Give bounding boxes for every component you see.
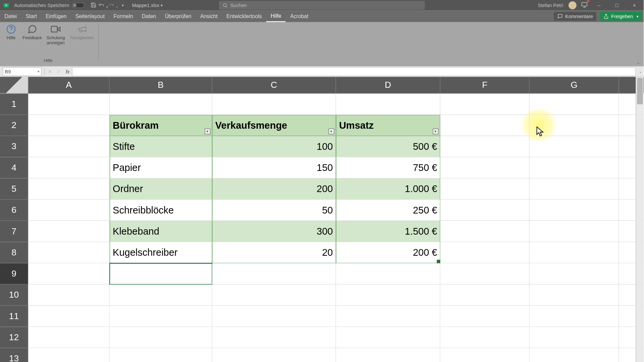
cell-B8[interactable]: Kugelschreiber [110, 242, 212, 263]
cell-F11[interactable] [440, 306, 530, 327]
chevron-down-icon[interactable]: ▾ [38, 70, 39, 74]
cell-G13[interactable] [530, 348, 619, 362]
cell-G2[interactable] [530, 115, 619, 136]
cell-B10[interactable] [110, 285, 212, 306]
cell-B2[interactable]: Bürokram▾ [110, 115, 212, 136]
ribbon-hilfe-button[interactable]: Hilfe [2, 24, 20, 45]
ribbon-schulung-button[interactable]: Schulung anzeigen [44, 24, 67, 45]
cell-A13[interactable] [28, 348, 110, 362]
cell-G7[interactable] [530, 221, 619, 242]
cell-D7[interactable]: 1.500 € [336, 221, 440, 242]
cell-C6[interactable]: 50 [212, 200, 336, 221]
cell-G1[interactable] [530, 94, 619, 115]
cell-B7[interactable]: Klebeband [110, 221, 212, 242]
row-header-9[interactable]: 9 [0, 263, 28, 285]
column-header-F[interactable]: F [440, 77, 530, 94]
save-icon[interactable] [89, 2, 99, 9]
tab-einfuegen[interactable]: Einfügen [41, 11, 71, 22]
tab-ansicht[interactable]: Ansicht [196, 11, 222, 22]
cell-D12[interactable] [336, 327, 440, 348]
cell-B5[interactable]: Ordner [110, 178, 212, 199]
cell-G12[interactable] [530, 327, 619, 348]
cell-D5[interactable]: 1.000 € [336, 178, 440, 199]
column-header-A[interactable]: A [28, 77, 110, 94]
cell-A7[interactable] [28, 221, 110, 242]
maximize-button[interactable]: ☐ [610, 3, 624, 8]
cell-C3[interactable]: 100 [212, 136, 336, 157]
ribbon-feedback-button[interactable]: Feedback [23, 24, 42, 45]
cell-C5[interactable]: 200 [212, 178, 336, 199]
redo-icon[interactable]: ▾ [108, 2, 118, 9]
column-header-C[interactable]: C [212, 77, 336, 94]
cell-F3[interactable] [440, 136, 530, 157]
cell-C7[interactable]: 300 [212, 221, 336, 242]
cell-A4[interactable] [28, 157, 110, 178]
cell-D3[interactable]: 500 € [336, 136, 440, 157]
comments-button[interactable]: Kommentare [554, 12, 597, 21]
row-header-3[interactable]: 3 [0, 136, 28, 157]
cell-A6[interactable] [28, 200, 110, 221]
cell-A10[interactable] [28, 285, 110, 306]
tab-hilfe[interactable]: Hilfe [266, 11, 286, 22]
cell-B9[interactable] [110, 263, 212, 285]
close-button[interactable]: ✕ [628, 3, 641, 8]
cell-G3[interactable] [530, 136, 619, 157]
cell-G8[interactable] [530, 242, 619, 263]
cell-A1[interactable] [28, 94, 110, 115]
cell-B1[interactable] [110, 94, 212, 115]
cell-C4[interactable]: 150 [212, 157, 336, 178]
present-icon[interactable] [581, 1, 588, 9]
cell-F13[interactable] [440, 348, 530, 362]
row-header-4[interactable]: 4 [0, 157, 28, 178]
cell-D8[interactable]: 200 € [336, 242, 440, 263]
cell-D11[interactable] [336, 306, 440, 327]
cell-B3[interactable]: Stifte [110, 136, 212, 157]
name-box[interactable]: B9 ▾ [3, 67, 42, 76]
cell-F1[interactable] [440, 94, 530, 115]
share-button[interactable]: Freigeben ▾ [600, 12, 642, 21]
undo-icon[interactable]: ▾ [99, 2, 108, 9]
tab-daten[interactable]: Daten [138, 11, 161, 22]
qat-customize-icon[interactable]: ▾ [118, 3, 128, 7]
cell-A11[interactable] [28, 306, 110, 327]
row-header-10[interactable]: 10 [0, 285, 28, 306]
cell-C2[interactable]: Verkaufsmenge▾ [212, 115, 336, 136]
cell-D6[interactable]: 250 € [336, 200, 440, 221]
tab-formeln[interactable]: Formeln [109, 11, 137, 22]
document-name[interactable]: Mappe1.xlsx [132, 3, 159, 8]
cell-A3[interactable] [28, 136, 110, 157]
formula-input[interactable] [72, 67, 636, 76]
row-header-1[interactable]: 1 [0, 94, 28, 115]
filter-dropdown-icon[interactable]: ▾ [205, 129, 210, 134]
cell-G11[interactable] [530, 306, 619, 327]
cell-F10[interactable] [440, 285, 530, 306]
cell-D13[interactable] [336, 348, 440, 362]
cell-A9[interactable] [28, 263, 110, 285]
cell-C9[interactable] [212, 263, 336, 285]
minimize-button[interactable]: ─ [592, 3, 606, 8]
row-header-5[interactable]: 5 [0, 178, 28, 199]
cell-B12[interactable] [110, 327, 212, 348]
select-all-corner[interactable] [0, 77, 28, 94]
user-name[interactable]: Stefan Petri [538, 3, 563, 8]
scrollbar-thumb[interactable] [637, 78, 643, 104]
cell-F12[interactable] [440, 327, 530, 348]
cell-A2[interactable] [28, 115, 110, 136]
cell-B4[interactable]: Papier [110, 157, 212, 178]
formula-bar-expand-icon[interactable]: ⌄ [639, 70, 642, 74]
cell-F4[interactable] [440, 157, 530, 178]
filter-dropdown-icon[interactable]: ▾ [328, 129, 334, 134]
tab-acrobat[interactable]: Acrobat [286, 11, 313, 22]
row-header-6[interactable]: 6 [0, 200, 28, 221]
row-header-2[interactable]: 2 [0, 115, 28, 136]
cell-A5[interactable] [28, 178, 110, 199]
tab-start[interactable]: Start [21, 11, 41, 22]
cell-C10[interactable] [212, 285, 336, 306]
row-header-13[interactable]: 13 [0, 348, 28, 362]
cell-D2[interactable]: Umsatz▾ [336, 115, 440, 136]
cell-D9[interactable] [336, 263, 440, 285]
row-header-11[interactable]: 11 [0, 306, 28, 327]
row-header-12[interactable]: 12 [0, 327, 28, 348]
cell-C12[interactable] [212, 327, 336, 348]
cell-B11[interactable] [110, 306, 212, 327]
